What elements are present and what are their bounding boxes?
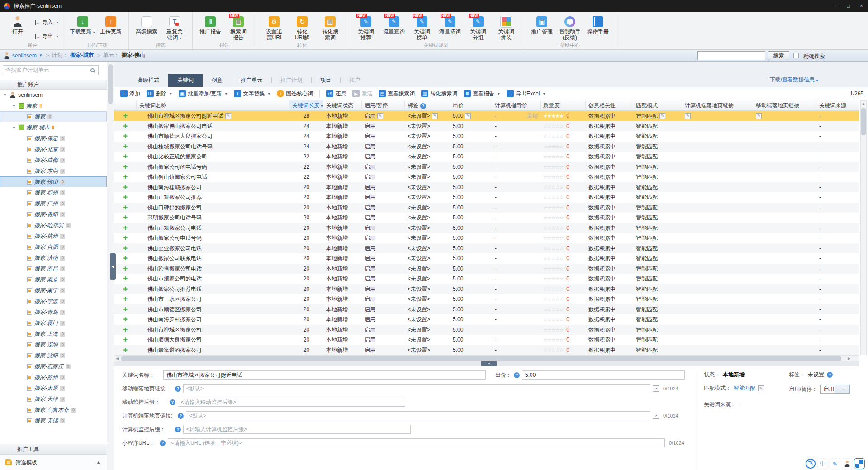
bid-input[interactable]: 5.00 — [522, 370, 685, 380]
plus-icon[interactable]: ✚ — [123, 314, 128, 324]
tab-推广计划[interactable]: 推广计划 — [271, 74, 311, 87]
vertical-scrollbar[interactable]: ▲ — [860, 100, 867, 355]
plus-icon[interactable]: ✚ — [123, 182, 128, 192]
action-查看搜索词[interactable]: ▤查看搜索词 — [379, 90, 415, 98]
ribbon-button[interactable]: ▤NEW搜索词 报告 — [224, 14, 252, 41]
tree-campaign-搬家-城市[interactable]: ▼搬家-城市‖ — [0, 122, 107, 133]
ribbon-button[interactable]: 高级搜索 — [133, 14, 161, 40]
column-header-出价[interactable]: 出价 — [450, 100, 492, 110]
ribbon-button[interactable]: ▤转化搜 索词 — [316, 14, 344, 41]
add-keyword-cell[interactable]: ✚ — [114, 274, 137, 284]
tree-unit-搬家-北京[interactable]: 搬家-北京0 — [0, 144, 107, 155]
sidebar-collapse-handle[interactable]: ◀ — [110, 253, 116, 280]
action-添加[interactable]: ＋添加 — [120, 90, 140, 98]
mobile_suffix-input[interactable]: <请输入移动监控后缀> — [178, 398, 405, 407]
ribbon-button[interactable]: ✎NEW流量查询 — [380, 14, 408, 40]
add-keyword-cell[interactable]: ✚ — [114, 162, 137, 172]
column-header-匹配模式[interactable]: 匹配模式 — [633, 100, 682, 110]
column-header-关键词长度[interactable]: 关键词长度▼ — [289, 100, 323, 110]
ribbon-button[interactable]: T重复关 键词▼ — [161, 14, 189, 42]
minimize-button[interactable]: ─ — [829, 0, 842, 12]
column-header-计算机端落地页链接[interactable]: 计算机端落地页链接 — [682, 100, 753, 110]
edit-icon[interactable]: ✎ — [685, 113, 691, 119]
table-row[interactable]: ✚佛山正规搬家公司推荐20本地新增启用<未设置>5.00-☆☆☆☆☆0数据积累中… — [114, 192, 859, 203]
add-keyword-cell[interactable]: ✚ — [114, 253, 137, 264]
ribbon-button[interactable]: 关键词 拼装 — [492, 14, 520, 41]
pc_suffix-input[interactable]: <请输入计算机监控后缀> — [183, 425, 411, 434]
global-search-input[interactable] — [697, 51, 765, 60]
tree-unit-搬家-保定[interactable]: 搬家-保定0 — [0, 133, 107, 144]
tree-unit-搬家-杭州[interactable]: 搬家-杭州0 — [0, 231, 107, 242]
chevron-down-icon[interactable]: ▼ — [39, 53, 43, 57]
scroll-up-icon[interactable]: ▲ — [861, 101, 866, 107]
table-row[interactable]: ✚佛山市搬家公司的电话20本地新增启用<未设置>5.00-☆☆☆☆☆0数据积累中… — [114, 274, 859, 284]
tree-account-senlinsem[interactable]: ▼senlinsem — [0, 90, 107, 100]
scroll-left-icon[interactable]: ◀ — [114, 356, 120, 361]
action-文字替换[interactable]: T文字替换▼ — [234, 90, 270, 98]
exact-search-checkbox[interactable] — [793, 53, 799, 58]
mobile_link-input[interactable]: <默认> — [183, 384, 650, 393]
table-row[interactable]: ✚佛山桂城搬家公司电话号码24本地新增启用<未设置>5.00-☆☆☆☆☆0数据积… — [114, 142, 859, 152]
tree-unit-搬家-佛山[interactable]: 搬家-佛山0 — [0, 176, 107, 187]
table-row[interactable]: ✚佛山搬家公司电话号码20本地新增启用<未设置>5.00-☆☆☆☆☆0数据积累中… — [114, 233, 859, 243]
plus-icon[interactable]: ✚ — [123, 325, 128, 335]
plus-icon[interactable]: ✚ — [123, 152, 128, 161]
add-keyword-cell[interactable]: ✚ — [114, 131, 137, 142]
ime-grid-icon[interactable]: ▦ — [854, 459, 864, 469]
table-row[interactable]: ✚佛山南海桂城搬家公司20本地新增启用<未设置>5.00-☆☆☆☆☆0数据积累中… — [114, 182, 859, 193]
column-header-启用/暂停[interactable]: 启用/暂停 — [362, 100, 405, 110]
action-还原[interactable]: ↺还原 — [326, 90, 346, 98]
action-转化搜索词[interactable]: ▥转化搜索词 — [421, 90, 457, 98]
tree-unit-搬家-南京[interactable]: 搬家-南京0 — [0, 274, 107, 285]
table-row[interactable]: ✚佛山顺德大良搬家公司20本地新增启用<未设置>5.00-☆☆☆☆☆0数据积累中… — [114, 335, 859, 345]
tree-unit-搬家-贵阳[interactable]: 搬家-贵阳0 — [0, 209, 107, 220]
tree-unit-搬家-石家庄[interactable]: 搬家-石家庄0 — [0, 361, 107, 372]
plus-icon[interactable]: ✚ — [123, 345, 128, 355]
tab-关键词[interactable]: 关键词 — [168, 74, 203, 87]
tree-unit-搬家-上海[interactable]: 搬家-上海0 — [0, 328, 107, 339]
add-keyword-cell[interactable]: ✚ — [114, 264, 137, 274]
tree-unit-搬家-乌鲁木齐[interactable]: 搬家-乌鲁木齐0 — [0, 404, 107, 415]
column-header-计算机指导价[interactable]: 计算机指导价 — [492, 100, 541, 110]
collapse-up-icon[interactable]: ▲ — [96, 460, 100, 465]
add-keyword-cell[interactable]: ✚ — [114, 172, 137, 182]
tree-unit-搬家-宁波[interactable]: 搬家-宁波0 — [0, 296, 107, 307]
edit-icon[interactable]: ✎ — [756, 113, 762, 119]
tab-高级样式[interactable]: 高级样式 — [128, 74, 168, 87]
plus-icon[interactable]: ✚ — [123, 111, 128, 121]
tree-unit-搬家-南昌[interactable]: 搬家-南昌0 — [0, 263, 107, 274]
ribbon-button[interactable]: 打开 — [4, 14, 32, 40]
edit-icon[interactable]: ✎ — [225, 113, 231, 119]
table-row[interactable]: ✚佛山狮山镇搬家公司电话22本地新增启用<未设置>5.00-☆☆☆☆☆0数据积累… — [114, 172, 859, 182]
panel-splitter[interactable]: ▼ — [114, 361, 859, 366]
tree-unit-搬家-哈尔滨[interactable]: 搬家-哈尔滨0 — [0, 220, 107, 231]
tree-unit-搬家-厦门[interactable]: 搬家-厦门0 — [0, 318, 107, 328]
expander-icon[interactable]: ▼ — [12, 104, 16, 108]
table-row[interactable]: ✚佛山搬家佛山搬家公司电话24本地新增启用<未设置>5.00-☆☆☆☆☆0数据积… — [114, 121, 859, 132]
add-keyword-cell[interactable]: ✚ — [114, 284, 137, 294]
scroll-right-icon[interactable]: ▶ — [846, 356, 852, 361]
table-row[interactable]: ✚佛山南海罗村搬家公司20本地新增启用<未设置>5.00-☆☆☆☆☆0数据积累中… — [114, 314, 859, 325]
breadcrumb-account[interactable]: senlinsem — [12, 52, 37, 59]
splitter-collapse-button[interactable]: ▼ — [481, 361, 497, 366]
tree-unit-搬家-福州[interactable]: 搬家-福州0 — [0, 187, 107, 198]
kw_name-input[interactable]: 佛山市禅城区搬家公司附近电话 — [163, 370, 486, 380]
ime-handwrite-icon[interactable]: ✎ — [830, 459, 840, 469]
action-删除[interactable]: Ш删除▼ — [147, 90, 172, 98]
plus-icon[interactable]: ✚ — [123, 142, 128, 152]
action-导出Excel[interactable]: →导出Excel▼ — [507, 90, 545, 98]
add-keyword-cell[interactable]: ✚ — [114, 213, 137, 223]
edit-icon[interactable]: ✎ — [377, 113, 383, 119]
add-keyword-cell[interactable]: ✚ — [114, 233, 137, 243]
ime-logo-icon[interactable]: 飞 — [806, 459, 816, 469]
add-keyword-cell[interactable]: ✚ — [114, 304, 137, 315]
table-row[interactable]: ✚佛山最靠谱的搬家公司20本地新增启用<未设置>5.00-☆☆☆☆☆0数据积累中… — [114, 345, 859, 356]
edit-icon[interactable]: ✎ — [758, 385, 764, 391]
close-button[interactable]: × — [855, 0, 868, 12]
tree-unit-搬家-沈阳[interactable]: 搬家-沈阳0 — [0, 350, 107, 361]
plus-icon[interactable]: ✚ — [123, 335, 128, 345]
tree-unit-搬家-成都[interactable]: 搬家-成都0 — [0, 155, 107, 166]
plus-icon[interactable]: ✚ — [123, 162, 128, 172]
add-keyword-cell[interactable]: ✚ — [114, 243, 137, 254]
adopt-link[interactable]: 采纳 — [527, 111, 538, 121]
